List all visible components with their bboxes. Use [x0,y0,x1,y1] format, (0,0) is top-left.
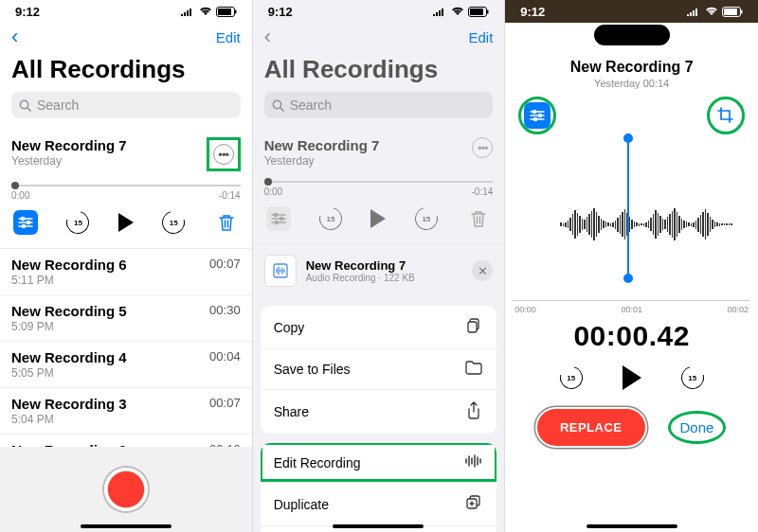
action-list: Edit Recording Duplicate Favorite Move t… [261,443,497,532]
recording-name: New Recording 7 [11,137,127,153]
recording-duration: 00:07 [209,257,241,271]
recording-duration: 00:30 [209,303,241,317]
skip-back-button[interactable]: 15 [560,366,583,389]
home-indicator[interactable] [587,524,677,528]
search-placeholder: Search [37,98,79,113]
status-time: 9:12 [520,5,545,19]
recording-name: New Recording 7 [264,137,380,153]
screen-action-sheet: 9:12 ‹ Edit All Recordings Search New Re… [253,0,506,532]
svg-line-15 [280,108,283,111]
recording-subtitle: 5:05 PM [11,366,127,380]
scrub-track[interactable] [264,181,494,183]
recording-subtitle: 5:09 PM [11,320,127,333]
edit-button[interactable]: Edit [216,29,241,45]
svg-rect-13 [487,9,489,13]
recording-row-expanded[interactable]: New Recording 7 Yesterday ••• 0:00 -0:14… [253,128,505,245]
page-title: All Recordings [0,51,252,92]
action-share[interactable]: Share [261,390,497,434]
skip-back-seconds: 15 [66,211,89,234]
search-input[interactable]: Search [264,92,494,118]
svg-line-4 [27,108,30,111]
delete-button[interactable] [466,206,491,231]
delete-button[interactable] [214,210,239,235]
status-bar: 9:12 [253,0,505,23]
recording-subtitle: Yesterday 00:14 [505,78,758,89]
svg-rect-24 [468,322,477,332]
skip-back-button[interactable]: 15 [66,211,89,234]
replace-button[interactable]: REPLACE [537,409,645,446]
sheet-subtitle: Audio Recording · 122 KB [306,273,415,283]
recording-row[interactable]: New Recording 45:05 PM 00:04 [0,342,252,388]
playback-settings-button[interactable] [13,210,38,235]
back-chevron-icon[interactable]: ‹ [264,25,271,49]
home-indicator[interactable] [333,524,424,528]
copy-icon [464,317,483,337]
skip-forward-seconds: 15 [681,366,704,389]
action-sheet-header: New Recording 7 Audio Recording · 122 KB… [253,245,505,296]
recording-row[interactable]: New Recording 65:11 PM 00:07 [0,249,252,295]
svg-point-10 [22,224,25,227]
tick-label: 00:02 [727,305,749,314]
share-icon [464,401,483,422]
svg-rect-35 [741,9,743,13]
edit-button[interactable]: Edit [468,29,493,45]
sliders-icon [530,109,545,122]
tick-label: 00:01 [621,305,642,314]
action-label: Share [274,404,309,419]
home-indicator[interactable] [81,524,171,528]
playhead[interactable] [627,138,629,278]
back-chevron-icon[interactable]: ‹ [11,25,18,49]
play-button[interactable] [118,213,134,232]
highlight-settings [518,97,556,134]
search-input[interactable]: Search [11,92,241,118]
more-options-button[interactable]: ••• [213,144,234,165]
tick-label: 00:00 [514,305,536,314]
close-button[interactable]: ✕ [472,260,493,281]
skip-back-seconds: 15 [319,207,342,230]
action-copy[interactable]: Copy [261,306,497,349]
action-duplicate[interactable]: Duplicate [261,483,497,526]
play-button[interactable] [623,365,641,390]
recording-subtitle: 5:04 PM [11,413,127,426]
time-ruler [513,300,750,301]
recording-name: New Recording 4 [11,349,127,365]
playback-row: 15 15 [505,365,758,390]
play-button[interactable] [370,209,386,228]
status-indicators [180,7,237,17]
svg-rect-2 [235,9,237,13]
nav-bar: ‹ Edit [0,23,252,51]
skip-forward-button[interactable]: 15 [681,366,704,389]
skip-back-button[interactable]: 15 [319,207,342,230]
action-list: Copy Save to Files Share [261,306,497,434]
sheet-grabber[interactable] [594,25,670,45]
close-icon: ✕ [478,264,488,278]
record-button[interactable] [104,468,148,511]
recording-row[interactable]: New Recording 55:09 PM 00:30 [0,295,252,342]
time-end: -0:14 [472,186,494,197]
time-end: -0:14 [219,190,241,201]
playback-settings-button[interactable] [266,206,291,231]
edit-header: New Recording 7 Yesterday 00:14 [505,47,758,95]
more-options-button[interactable]: ••• [472,137,493,158]
skip-forward-button[interactable]: 15 [162,211,185,234]
svg-rect-12 [470,9,483,15]
search-icon [272,99,284,112]
skip-forward-button[interactable]: 15 [415,207,438,230]
recording-subtitle: Yesterday [11,154,127,168]
action-label: Copy [274,320,305,335]
done-button[interactable]: Done [680,419,714,435]
recording-row-expanded[interactable]: New Recording 7 Yesterday ••• 0:00 -0:14… [0,128,252,249]
svg-point-9 [27,221,29,223]
sheet-title: New Recording 7 [306,258,415,273]
svg-point-21 [275,221,278,223]
waveform-view[interactable]: 00:00 00:01 00:02 [513,134,750,314]
status-indicators [432,7,489,17]
playback-settings-button[interactable] [524,102,550,129]
action-save-to-files[interactable]: Save to Files [261,349,497,390]
current-time: 00:00.42 [505,320,758,352]
crop-icon [716,106,735,125]
duplicate-icon [464,494,483,514]
recording-row[interactable]: New Recording 35:04 PM 00:07 [0,388,252,434]
trim-button[interactable] [713,102,739,129]
scrub-track[interactable] [11,185,241,186]
